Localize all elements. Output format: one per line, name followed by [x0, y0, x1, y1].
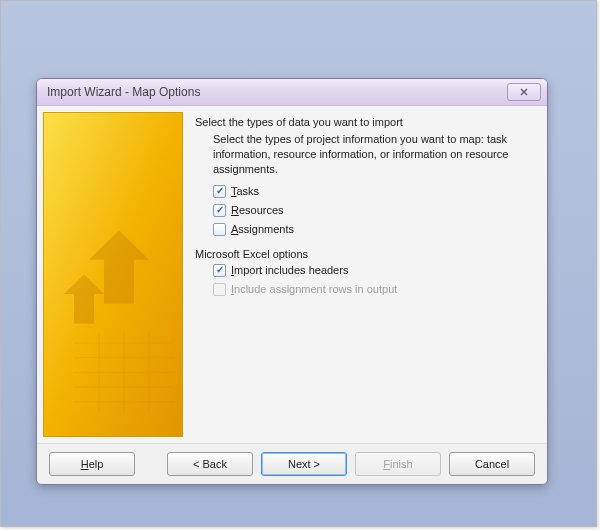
import-wizard-dialog: Import Wizard - Map Options — [36, 78, 548, 485]
tasks-checkbox[interactable] — [213, 185, 226, 198]
finish-button: Finish — [355, 452, 441, 476]
resources-label: Resources — [231, 204, 284, 216]
import-headers-option[interactable]: Import includes headers — [213, 264, 533, 277]
close-icon — [519, 87, 529, 97]
wizard-graphic — [43, 112, 183, 437]
window-title: Import Wizard - Map Options — [47, 85, 507, 99]
close-button[interactable] — [507, 83, 541, 101]
tasks-label: Tasks — [231, 185, 259, 197]
content-area: Select the types of data you want to imp… — [189, 106, 547, 443]
help-button[interactable]: Help — [49, 452, 135, 476]
assignments-label: Assignments — [231, 223, 294, 235]
data-type-options: Tasks Resources Assignments — [213, 185, 533, 236]
section-data-types-title: Select the types of data you want to imp… — [195, 116, 533, 128]
dialog-body: Select the types of data you want to imp… — [37, 106, 547, 443]
assignments-checkbox[interactable] — [213, 223, 226, 236]
resources-checkbox[interactable] — [213, 204, 226, 217]
tasks-option[interactable]: Tasks — [213, 185, 533, 198]
button-row: Help < Back Next > Finish Cancel — [37, 443, 547, 484]
include-rows-label: Include assignment rows in output — [231, 283, 397, 295]
section-data-types-desc: Select the types of project information … — [213, 132, 533, 177]
include-rows-option: Include assignment rows in output — [213, 283, 533, 296]
assignments-option[interactable]: Assignments — [213, 223, 533, 236]
import-headers-checkbox[interactable] — [213, 264, 226, 277]
import-headers-label: Import includes headers — [231, 264, 348, 276]
titlebar: Import Wizard - Map Options — [37, 79, 547, 106]
cancel-button[interactable]: Cancel — [449, 452, 535, 476]
next-button[interactable]: Next > — [261, 452, 347, 476]
section-excel-title: Microsoft Excel options — [195, 248, 533, 260]
excel-options: Import includes headers Include assignme… — [213, 264, 533, 296]
include-rows-checkbox — [213, 283, 226, 296]
back-button[interactable]: < Back — [167, 452, 253, 476]
resources-option[interactable]: Resources — [213, 204, 533, 217]
